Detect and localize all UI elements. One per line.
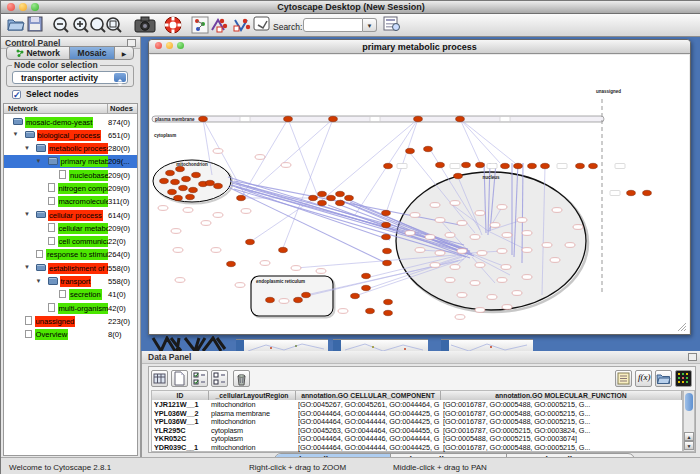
select-nodes-label: Select nodes xyxy=(26,89,78,99)
column-header[interactable]: annotation.GO MOLECULAR_FUNCTION xyxy=(441,391,682,400)
file-icon xyxy=(48,303,55,312)
file-icon xyxy=(59,290,66,299)
control-panel: Control Panel Network Mosaic ▶ Node colo… xyxy=(1,37,141,457)
control-panel-tabs: Network Mosaic ▶ xyxy=(6,46,134,60)
select-nodes-checkbox[interactable]: ✓ xyxy=(12,90,21,99)
column-header[interactable]: ID xyxy=(152,391,209,400)
search-options-icon[interactable] xyxy=(383,16,403,35)
layout-a-icon[interactable] xyxy=(208,16,228,35)
zoom-selected-icon[interactable] xyxy=(104,16,124,35)
tree-row-biological-process[interactable]: ▼biological_process651(0) xyxy=(4,128,137,141)
network-window-title: primary metabolic process xyxy=(149,42,690,52)
file-icon xyxy=(25,316,32,325)
divider xyxy=(107,104,108,114)
tree-row-macromolecule[interactable]: macromolecule311(0) xyxy=(4,195,137,208)
network-window-titlebar[interactable]: primary metabolic process xyxy=(149,40,690,54)
matrix-button[interactable] xyxy=(675,370,692,387)
table-row[interactable]: YPL036W__2 plasma membrane [GO:0044464, … xyxy=(152,410,682,419)
tab-mosaic[interactable]: Mosaic xyxy=(69,47,115,59)
table-scrollbar[interactable]: ▲ ▼ xyxy=(683,390,695,452)
zoom-out-icon[interactable] xyxy=(51,16,71,35)
expand-arrow-icon[interactable]: ▼ xyxy=(36,158,42,164)
file-icon xyxy=(25,330,32,339)
tree-row-overview[interactable]: Overview8(0) xyxy=(4,328,137,341)
search-dropdown-icon[interactable]: ▼ xyxy=(363,18,377,32)
window-titlebar[interactable]: Cytoscape Desktop (New Session) xyxy=(1,1,700,14)
unselect-attributes-button[interactable] xyxy=(211,370,228,387)
tree-row-cellular-process[interactable]: ▼cellular process614(0) xyxy=(4,208,137,221)
network-desktop: primary metabolic process plasma membran… xyxy=(141,37,700,357)
folder-icon xyxy=(25,131,35,139)
expand-arrow-icon[interactable]: ▼ xyxy=(36,278,42,284)
expand-arrow-icon[interactable]: ▼ xyxy=(24,211,30,217)
attribute-grid-button[interactable] xyxy=(151,370,168,387)
delete-attribute-button[interactable] xyxy=(233,370,250,387)
svg-text:mitochondrion: mitochondrion xyxy=(176,162,208,167)
expand-arrow-icon[interactable]: ▼ xyxy=(24,145,30,151)
tab-network[interactable]: Network xyxy=(7,47,69,59)
tree-row-establishment-of-lo[interactable]: ▼establishment of lo558(0) xyxy=(4,261,137,274)
tree-row-metabolic-process[interactable]: ▼metabolic process280(0) xyxy=(4,142,137,155)
tree-header-nodes: Nodes xyxy=(110,104,133,113)
save-icon[interactable] xyxy=(26,16,46,35)
tree-row-cell-communicat[interactable]: cell communicat22(0) xyxy=(4,235,137,248)
expand-arrow-icon[interactable]: ▼ xyxy=(24,264,30,270)
import-attributes-button[interactable] xyxy=(655,370,672,387)
tree-row-nucleobase-[interactable]: nucleobase-209(0) xyxy=(4,168,137,181)
float-icon[interactable] xyxy=(688,353,697,361)
node-color-dropdown[interactable]: transporter activity xyxy=(12,71,128,84)
tree-row-primary-metabo[interactable]: ▼primary metabo209(... xyxy=(4,155,137,168)
function-builder-button[interactable]: f(x) xyxy=(635,370,652,387)
network-window: primary metabolic process plasma membran… xyxy=(148,39,691,335)
scroll-up-icon[interactable]: ▲ xyxy=(684,432,694,441)
attribute-list-button[interactable] xyxy=(615,370,632,387)
network-canvas[interactable]: plasma membranecytoplasmmitochondrionnuc… xyxy=(150,55,689,334)
tree-row-response-to-stimulu[interactable]: response to stimulu264(0) xyxy=(4,248,137,261)
tree-row-nitrogen-compo[interactable]: nitrogen compo209(0) xyxy=(4,181,137,194)
layout-b-icon[interactable] xyxy=(231,16,251,35)
snapshot-icon[interactable] xyxy=(134,16,154,35)
status-pan-hint: Middle-click + drag to PAN xyxy=(393,463,487,472)
folder-icon xyxy=(48,277,58,285)
status-zoom-hint: Right-click + drag to ZOOM xyxy=(249,463,346,472)
file-icon xyxy=(48,183,55,192)
annotation-icon[interactable] xyxy=(253,16,273,35)
file-icon xyxy=(48,197,55,206)
tree-row-secretion[interactable]: secretion41(0) xyxy=(4,288,137,301)
svg-text:nucleus: nucleus xyxy=(482,175,500,180)
table-row[interactable]: YJR121W__1 mitochondrion [GO:0045267, GO… xyxy=(152,401,682,410)
table-row[interactable]: YPL036W__1 mitochondrion [GO:0044464, GO… xyxy=(152,418,682,427)
column-header[interactable]: _cellularLayoutRegion xyxy=(209,391,296,400)
scrollbar-thumb[interactable] xyxy=(685,393,693,411)
attribute-table[interactable]: ID_cellularLayoutRegionannotation.GO CEL… xyxy=(151,390,683,452)
svg-text:unassigned: unassigned xyxy=(596,89,621,94)
file-icon xyxy=(36,250,43,259)
new-attribute-button[interactable] xyxy=(171,370,188,387)
help-ring-icon[interactable] xyxy=(164,16,184,35)
table-row[interactable]: YLR295C cytoplasm [GO:0045263, GO:004446… xyxy=(152,427,682,436)
attribute-browser: f(x) ID_cellularLayoutRegionannotation.G… xyxy=(148,366,696,453)
svg-text:plasma membrane: plasma membrane xyxy=(155,117,195,122)
tree-row-transport[interactable]: ▼transport558(0) xyxy=(4,275,137,288)
search-input[interactable] xyxy=(303,18,363,32)
tree-row-unassigned[interactable]: unassigned223(0) xyxy=(4,314,137,327)
open-file-icon[interactable] xyxy=(6,16,26,35)
tree-row-multi-organism-pro[interactable]: multi-organism pro42(0) xyxy=(4,301,137,314)
scroll-down-icon[interactable]: ▼ xyxy=(684,441,694,450)
table-row[interactable]: YDR039C__1 mitochondrion [GO:0044464, GO… xyxy=(152,444,682,453)
tree-header[interactable]: Network Nodes xyxy=(4,104,137,114)
data-panel-title: Data Panel xyxy=(148,352,191,362)
column-header[interactable]: annotation.GO CELLULAR_COMPONENT xyxy=(296,391,441,400)
dropdown-stepper-icon xyxy=(114,73,126,82)
dropdown-value: transporter activity xyxy=(21,73,98,83)
svg-text:endoplasmic reticulum: endoplasmic reticulum xyxy=(256,279,305,284)
table-row[interactable]: YKR052C cytoplasm [GO:0044464, GO:004444… xyxy=(152,435,682,444)
tree-row-mosaic-demo-yeast[interactable]: mosaic-demo-yeast874(0) xyxy=(4,115,137,128)
tab-overflow-button[interactable]: ▶ xyxy=(115,47,133,59)
tree-row-cellular-metabo[interactable]: cellular metabo209(0) xyxy=(4,221,137,234)
select-attributes-button[interactable] xyxy=(191,370,208,387)
expand-arrow-icon[interactable]: ▼ xyxy=(13,131,19,137)
main-toolbar: Search: ▼ xyxy=(1,14,700,37)
folder-icon xyxy=(36,211,46,219)
data-panel-header: Data Panel xyxy=(142,351,700,364)
